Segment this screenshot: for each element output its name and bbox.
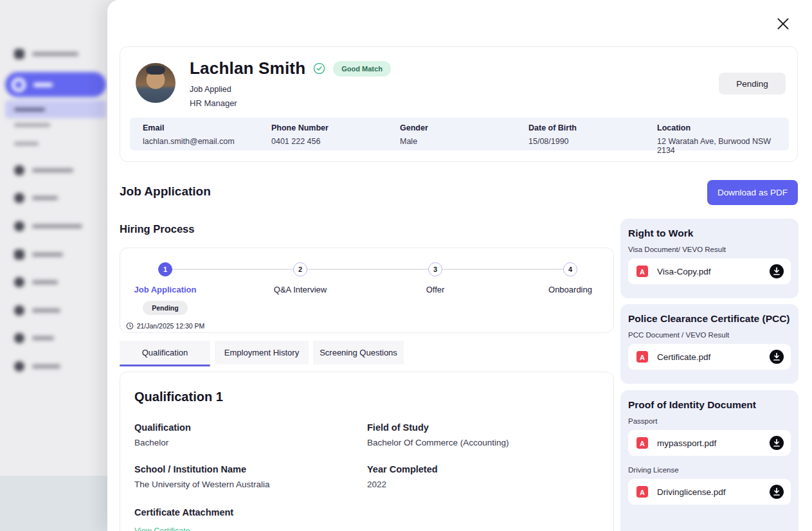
job-applied-label: Job Applied [190, 85, 391, 94]
applicant-detail-modal: Lachlan Smith Good Match Job Applied HR … [107, 0, 812, 531]
menu-icon [14, 249, 24, 260]
menu-icon [14, 193, 24, 203]
sidebar-item[interactable] [14, 305, 60, 316]
step-onboarding: 4 Onboarding [519, 262, 622, 294]
proof-of-identity-card: Proof of Identity Document Passport A my… [620, 390, 798, 531]
pdf-icon: A [636, 265, 649, 278]
sidebar-item[interactable] [14, 361, 60, 372]
step-circle: 1 [158, 262, 172, 276]
clock-icon [126, 322, 134, 330]
field-school-name: School / Institution Name The University… [134, 464, 367, 489]
contact-field-phone: Phone Number 0401 222 456 [271, 123, 400, 155]
sidebar-subitem-selected[interactable] [5, 100, 106, 118]
sidebar-subitem[interactable] [14, 142, 39, 145]
step-status-badge: Pending [143, 301, 187, 315]
job-title: HR Manager [190, 98, 391, 108]
menu-icon [14, 221, 24, 231]
tab-employment-history[interactable]: Employment History [215, 341, 309, 364]
pdf-icon: A [636, 485, 649, 498]
file-row-pcc[interactable]: A Certificate.pdf [628, 344, 791, 370]
step-circle: 4 [563, 262, 577, 276]
step-timestamp: 21/Jan/2025 12:30 PM [114, 322, 217, 330]
menu-icon [14, 361, 24, 372]
step-circle: 3 [428, 262, 442, 276]
close-icon[interactable] [775, 15, 791, 32]
sidebar-menu [0, 0, 107, 531]
sidebar-item[interactable] [14, 49, 78, 59]
status-button[interactable]: Pending [719, 73, 786, 94]
certificate-attachment: Certificate Attachment View Certificate [134, 507, 599, 531]
sidebar-item[interactable] [14, 221, 82, 231]
svg-text:A: A [640, 440, 645, 447]
field-field-of-study: Field of Study Bachelor Of Commerce (Acc… [367, 422, 599, 447]
sidebar-item[interactable] [14, 277, 58, 287]
app-sidebar [0, 0, 107, 531]
tab-qualification[interactable]: Qualification [120, 341, 210, 364]
contact-strip: Email lachlan.smith@email.com Phone Numb… [130, 118, 789, 150]
contact-field-gender: Gender Male [400, 123, 528, 155]
stepper-connector [165, 269, 570, 270]
field-year-completed: Year Completed 2022 [367, 464, 599, 489]
download-icon[interactable] [769, 435, 784, 451]
police-clearance-card: Police Clearance Certificate (PCC) PCC D… [620, 304, 798, 384]
detail-tabs: Qualification Employment History Screeni… [120, 341, 404, 364]
tab-screening-questions[interactable]: Screening Questions [313, 341, 404, 364]
pdf-icon: A [636, 350, 649, 363]
menu-icon [14, 49, 24, 59]
file-row-visa[interactable]: A Visa-Copy.pdf [628, 258, 791, 284]
step-circle: 2 [293, 262, 307, 276]
download-pdf-button[interactable]: Download as PDF [707, 180, 798, 205]
step-offer: 3 Offer [384, 262, 487, 294]
download-icon[interactable] [769, 484, 784, 500]
sidebar-item[interactable] [14, 249, 63, 260]
sidebar-item-active[interactable] [5, 72, 106, 97]
menu-icon [12, 78, 26, 92]
menu-icon [14, 277, 24, 287]
svg-text:A: A [640, 489, 645, 496]
contact-field-dob: Date of Birth 15/08/1990 [528, 123, 657, 155]
svg-text:A: A [640, 354, 645, 361]
right-to-work-card: Right to Work Visa Document/ VEVO Result… [620, 219, 798, 298]
page-title: Job Application [120, 184, 211, 199]
field-qualification: Qualification Bachelor [134, 422, 367, 447]
qualification-card: Qualification 1 Qualification Bachelor F… [120, 372, 614, 531]
download-icon[interactable] [769, 349, 784, 364]
menu-icon [14, 305, 24, 316]
file-row-driving-license[interactable]: A Drivinglicense.pdf [628, 479, 791, 505]
file-row-passport[interactable]: A mypassport.pdf [628, 430, 791, 456]
hiring-process-stepper: 1 Job Application Pending 21/Jan/2025 12… [120, 248, 614, 333]
applicant-header-card: Lachlan Smith Good Match Job Applied HR … [120, 46, 798, 162]
sidebar-item[interactable] [14, 193, 58, 203]
applicant-name: Lachlan Smith [190, 59, 305, 78]
verified-icon [313, 62, 325, 75]
contact-field-email: Email lachlan.smith@email.com [143, 123, 271, 155]
svg-text:A: A [640, 268, 645, 276]
match-badge: Good Match [333, 61, 391, 76]
sidebar-item[interactable] [14, 333, 54, 343]
sidebar-subitem[interactable] [14, 123, 50, 127]
sidebar-item[interactable] [14, 165, 73, 176]
step-qa-interview: 2 Q&A Interview [249, 262, 352, 294]
menu-icon [14, 333, 24, 343]
qualification-title: Qualification 1 [134, 390, 599, 404]
menu-icon [14, 165, 24, 176]
avatar [136, 63, 176, 103]
step-job-application: 1 Job Application Pending 21/Jan/2025 12… [114, 262, 217, 330]
contact-field-location: Location 12 Waratah Ave, Burwood NSW 213… [657, 123, 789, 155]
view-certificate-link[interactable]: View Certificate [134, 526, 190, 531]
pdf-icon: A [636, 437, 649, 449]
download-icon[interactable] [769, 264, 784, 279]
hiring-process-title: Hiring Process [120, 223, 194, 235]
